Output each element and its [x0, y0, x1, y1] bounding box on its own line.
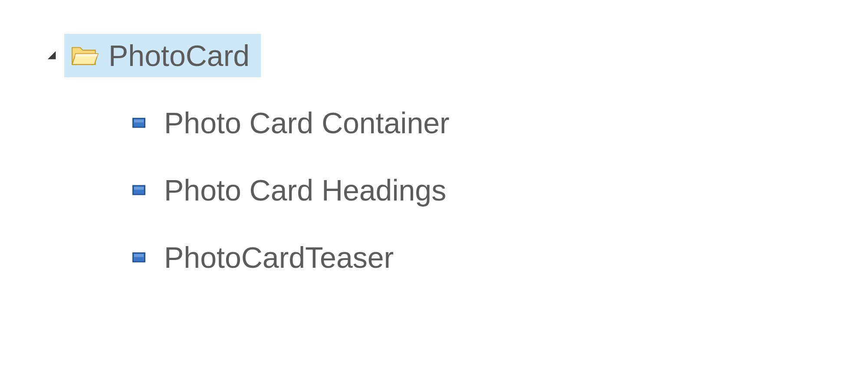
- svg-rect-1: [134, 119, 144, 122]
- tree-node-child[interactable]: Photo Card Headings: [130, 167, 868, 213]
- tree-node-parent[interactable]: PhotoCard: [43, 33, 868, 78]
- template-item-icon: [130, 114, 148, 132]
- tree-node-label: PhotoCardTeaser: [164, 243, 394, 272]
- svg-rect-5: [134, 254, 144, 257]
- template-item-icon: [130, 249, 148, 266]
- tree-node-label: PhotoCard: [108, 41, 250, 70]
- template-item-icon: [130, 181, 148, 199]
- tree-view: PhotoCard Photo Card Container Photo Car…: [43, 33, 868, 280]
- svg-rect-3: [134, 187, 144, 190]
- tree-node-child[interactable]: PhotoCardTeaser: [130, 234, 868, 280]
- tree-node-selected[interactable]: PhotoCard: [64, 34, 261, 77]
- folder-open-icon: [70, 41, 99, 70]
- tree-node-child[interactable]: Photo Card Container: [130, 100, 868, 145]
- collapse-icon[interactable]: [43, 47, 61, 64]
- tree-node-label: Photo Card Container: [164, 108, 450, 138]
- tree-node-label: Photo Card Headings: [164, 175, 446, 205]
